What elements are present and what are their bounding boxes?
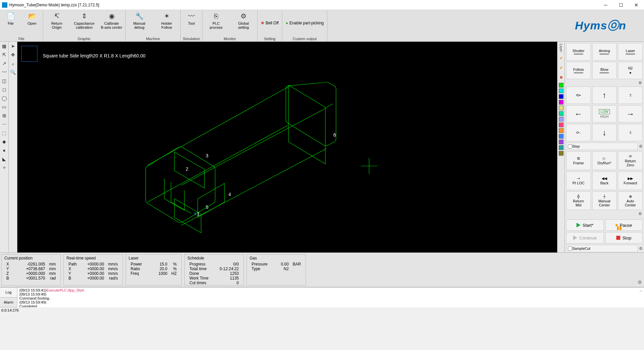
blow-toggle[interactable]: Blow	[592, 62, 617, 79]
return-origin-button[interactable]: ↸ReturnOrigin	[43, 10, 70, 36]
tool-btn-0[interactable]: ▦	[0, 42, 8, 50]
layer-swatch-2[interactable]	[559, 94, 564, 99]
layer-swatch-0[interactable]	[559, 83, 564, 88]
close-button[interactable]: ✕	[629, 0, 644, 10]
status-cell: 1253	[211, 271, 241, 276]
log-text[interactable]: ︿ (09/13 15:59:41)ExecutePLC:App_Start(0…	[17, 288, 644, 307]
jog-down[interactable]: ↓	[592, 124, 617, 141]
jog-z-down[interactable]: ⇩	[618, 124, 643, 141]
n2-toggle[interactable]: N2▼	[618, 62, 643, 79]
log-line: Completed	[19, 304, 642, 307]
step-checkbox[interactable]	[568, 144, 572, 149]
stop-button[interactable]: Stop	[605, 232, 643, 243]
window-title: Hymson_Tube(Demo Mode) temp.zzx [7.21.17…	[9, 3, 598, 7]
file-button[interactable]: 📄File	[0, 10, 21, 36]
layer-swatch-6[interactable]	[559, 117, 564, 122]
capacitance-calibration-button[interactable]: ⇕Capacitancecalibration	[70, 10, 98, 36]
follow-toggle[interactable]: Follow	[566, 62, 591, 79]
ribbon-button-label: CalibrateB-axis center	[101, 21, 122, 29]
layer-swatch-7[interactable]	[559, 123, 564, 127]
ptloc-button[interactable]: ⇢Pt LOC	[566, 171, 591, 190]
status-cell: HZ	[169, 271, 179, 276]
layer-swatch-9[interactable]	[559, 134, 564, 139]
tool-btn-2[interactable]: ↗	[0, 59, 8, 68]
tool-btn-5[interactable]: ◻	[0, 85, 8, 94]
tool-btn-9[interactable]: ⋯	[0, 120, 8, 129]
tool-btn-3[interactable]: 〰	[0, 68, 8, 76]
tool-btn-8[interactable]: ⊞	[0, 111, 8, 120]
tool-btn-10[interactable]: ⬚	[0, 129, 8, 137]
plc-process-button[interactable]: ⎘PLCprocess	[202, 10, 230, 36]
log-tab-alarm[interactable]: Alarm	[0, 298, 17, 308]
log-tab-log[interactable]: Log	[0, 288, 17, 298]
return-mid-button[interactable]: ╬ReturnMid	[566, 191, 591, 210]
laser-toggle[interactable]: Laser	[618, 43, 643, 60]
minimize-button[interactable]: ─	[598, 0, 613, 10]
pause-button[interactable]: ▮▮Pause	[605, 219, 643, 231]
tool-button[interactable]: 〰Tool	[181, 10, 202, 36]
layer-swatch-11[interactable]	[559, 145, 564, 150]
tool-btn-13[interactable]: ◣	[0, 155, 8, 163]
layer-swatch-1[interactable]	[559, 89, 564, 93]
status-gear-icon[interactable]: ⚙	[635, 253, 644, 287]
start-button[interactable]: Start*	[566, 219, 604, 231]
manual-debug-button[interactable]: 🔧Manualdebug	[126, 10, 153, 36]
open-button[interactable]: 📂Open	[21, 10, 43, 36]
tool2-btn-1[interactable]: ✥	[9, 50, 17, 59]
frame-button[interactable]: ⧉Frame	[566, 151, 591, 170]
enable-part-picking-check[interactable]: ●Enable part-picking	[282, 21, 327, 25]
bell-off-check[interactable]: ✖Bell Off	[258, 21, 282, 25]
layer-swatch-12[interactable]	[559, 151, 564, 156]
layer-swatch-10[interactable]	[559, 140, 564, 144]
auto-center-button[interactable]: ⊕AutoCenter	[618, 191, 643, 210]
layer-check-2[interactable]: ✖	[559, 73, 563, 82]
scroll-up-icon[interactable]: ︿	[639, 288, 643, 293]
layer-swatch-5[interactable]	[559, 111, 564, 116]
aiming-toggle[interactable]: Aiming	[592, 43, 617, 60]
drawing-canvas[interactable]: Square tube Side length20 X R1.8 X Lengt…	[17, 42, 557, 252]
manual-center-button[interactable]: ┼ManualCenter	[592, 191, 617, 210]
tool-btn-11[interactable]: ◆	[0, 137, 8, 146]
manual-debug-icon: 🔧	[135, 12, 144, 20]
samplecut-box[interactable]: SampleCut	[566, 245, 638, 252]
jog-cw[interactable]: ⟳-	[566, 124, 591, 141]
return-zero-button[interactable]: ⟳ReturnZero	[618, 151, 643, 170]
jog-z-up[interactable]: ⇧	[618, 86, 643, 104]
step-gear-icon[interactable]: ⚙	[639, 144, 643, 149]
calibrate-b-axis-button[interactable]: ◉CalibrateB-axis center	[98, 10, 125, 36]
maximize-button[interactable]: ☐	[613, 0, 629, 10]
shutter-toggle[interactable]: Shutter	[566, 43, 591, 60]
tool2-btn-0[interactable]: ➤	[9, 42, 17, 50]
tool-btn-12[interactable]: ●	[0, 146, 8, 155]
tool2-btn-3[interactable]: 🔍	[9, 68, 17, 76]
status-cell: Freq	[129, 271, 144, 276]
dryrun-button[interactable]: ▷DryRun*	[592, 151, 617, 170]
continue-button[interactable]: Continue	[566, 232, 604, 243]
status-cell: Pressure	[250, 262, 271, 267]
step-box[interactable]: Step	[566, 143, 638, 150]
tool-btn-6[interactable]: ◯	[0, 94, 8, 103]
holder-follow-button[interactable]: ✶HolderFollow	[153, 10, 180, 36]
tool2-btn-2[interactable]: ⌕	[9, 59, 17, 68]
samplecut-checkbox[interactable]	[568, 246, 572, 251]
tool-btn-1[interactable]: ⇱	[0, 50, 8, 59]
tool-btn-7[interactable]: ▭	[0, 103, 8, 111]
global-setting-button[interactable]: ⚙Globalsetting	[230, 10, 257, 36]
op-label: Back	[600, 181, 608, 185]
tool-btn-14[interactable]: ✧	[0, 163, 8, 172]
samplecut-gear-icon[interactable]: ⚙	[639, 246, 643, 251]
jog-speed[interactable]: LOWHIGH	[592, 105, 617, 123]
jog-up[interactable]: ↑	[592, 86, 617, 104]
layer-swatch-8[interactable]	[559, 128, 564, 133]
tool-btn-4[interactable]: ◫	[0, 76, 8, 85]
jog-left[interactable]: ←	[566, 105, 591, 123]
layer-check-0[interactable]: ✔	[559, 54, 563, 62]
layer-swatch-4[interactable]	[559, 106, 564, 110]
jog-right[interactable]: →	[618, 105, 643, 123]
status-panel-gas: GasPressure0.00BARTypeN2	[247, 254, 306, 286]
layer-check-1[interactable]: ✔	[559, 63, 563, 72]
back-button[interactable]: ◀◀Back	[592, 171, 617, 190]
layer-swatch-3[interactable]	[559, 100, 564, 105]
jog-ccw[interactable]: ⟲+	[566, 86, 591, 104]
forward-button[interactable]: ▶▶Forward	[618, 171, 643, 190]
